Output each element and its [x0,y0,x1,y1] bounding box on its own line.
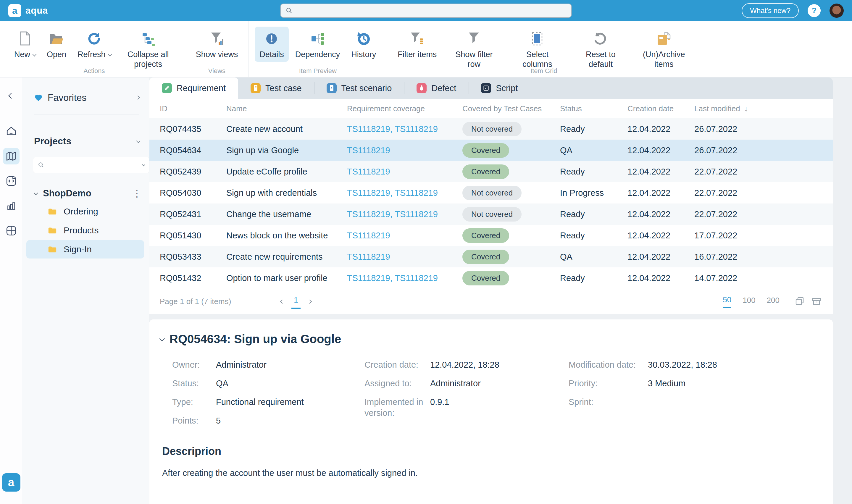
description-text: After creating the account the user must… [162,468,821,478]
global-search[interactable] [280,3,572,18]
top-bar: a aqua What's new? ? [0,0,852,21]
field-value: 30.03.2022, 18:28 [648,359,717,370]
open-button[interactable]: Open [42,26,71,62]
brand-name: aqua [25,5,48,16]
unarchive-items-button[interactable]: (Un)Archive items [633,26,695,72]
next-page-icon[interactable] [308,299,312,304]
project-search-input[interactable] [47,161,139,169]
copy-icon[interactable] [795,297,805,307]
refresh-button[interactable]: Refresh [73,26,116,62]
col-header-modified[interactable]: Last modified ↓ [694,104,833,113]
table-row[interactable]: RQ053433 Create new requirements TS11182… [149,246,833,267]
row-modified: 17.07.2022 [694,231,833,240]
col-header-name[interactable]: Name [226,104,347,113]
coverage-link[interactable]: TS1118219, TS1118219 [347,210,438,219]
row-id: RQ054634 [160,145,226,155]
prev-page-icon[interactable] [280,299,284,304]
ribbon-group-views: Show views Views [185,21,249,77]
dependency-button[interactable]: Dependency [290,26,345,62]
kebab-menu-icon[interactable]: ⋮ [132,189,142,198]
tree-project-shopdemo[interactable]: ShopDemo ⋮ [22,185,149,202]
ribbon-group-item-grid: Filter items Show filter row Select c [387,21,701,77]
page-size-200[interactable]: 200 [767,296,780,307]
coverage-link[interactable]: TS1118219, TS1118219 [347,188,438,198]
chevron-right-icon[interactable] [136,95,140,100]
details-button[interactable]: Details [255,26,289,62]
ribbon-toolbar: New Open Refresh [0,21,852,77]
map-icon[interactable] [3,148,19,164]
table-row[interactable]: RQ052439 Update eCoffe profile TS1118219… [149,161,833,182]
reset-to-default-button[interactable]: Reset to default [570,26,631,72]
folder-ordering[interactable]: Ordering [26,202,144,221]
chevron-down-icon[interactable] [142,163,145,166]
favorites-item[interactable]: Favorites [22,89,149,106]
col-header-created[interactable]: Creation date [628,104,694,113]
bar-chart-icon[interactable] [3,198,19,214]
tab-test-case[interactable]: Test case [238,77,314,99]
col-header-id[interactable]: ID [160,104,226,113]
page-number[interactable]: 1 [291,294,300,309]
user-avatar[interactable] [830,3,844,18]
coverage-link[interactable]: TS1118219, TS1118219 [347,273,438,283]
global-search-input[interactable] [296,6,566,15]
select-columns-button[interactable]: Select columns [506,26,568,72]
coverage-link[interactable]: TS1118219 [347,231,390,240]
collapse-sidebar-button[interactable] [3,88,19,104]
show-views-button[interactable]: Show views [191,26,243,62]
col-header-covered[interactable]: Covered by Test Cases [463,104,560,113]
row-status: Ready [560,124,628,134]
whats-new-button[interactable]: What's new? [742,3,799,18]
table-row-selected[interactable]: RQ054634 Sign up via Google TS1118219 Co… [149,140,833,161]
table-row[interactable]: RQ051430 News block on the website TS111… [149,225,833,246]
coverage-link[interactable]: TS1118219, TS1118219 [347,124,438,134]
chevron-down-icon[interactable] [136,139,140,143]
folder-products[interactable]: Products [26,221,144,239]
chevron-down-icon [32,52,36,56]
covered-badge: Covered [463,250,509,264]
history-icon [356,30,371,47]
col-header-status[interactable]: Status [560,104,628,113]
chevron-down-icon[interactable] [34,191,38,195]
tab-test-scenario[interactable]: Test scenario [314,77,404,99]
archive-box-icon[interactable] [812,297,821,307]
row-status: QA [560,145,628,155]
field-label: Owner: [172,359,216,370]
history-button[interactable]: History [346,26,381,62]
help-button[interactable]: ? [808,4,821,17]
field-value: Functional requirement [216,397,364,408]
project-search[interactable] [33,157,149,173]
home-icon[interactable] [3,123,19,140]
covered-badge: Covered [463,271,509,285]
app-logo: a aqua [8,4,48,17]
coverage-link[interactable]: TS1118219 [347,145,390,155]
table-row[interactable]: RQ051432 Option to mark user profile TS1… [149,267,833,289]
col-header-coverage[interactable]: Requirement coverage [347,104,463,113]
code-box-icon[interactable] [3,173,19,189]
page-size-100[interactable]: 100 [743,296,755,307]
tab-requirement[interactable]: Requirement [149,77,238,99]
coverage-link[interactable]: TS1118219 [347,252,390,262]
tab-defect[interactable]: Defect [404,77,469,99]
coverage-link[interactable]: TS1118219 [347,167,390,176]
dashboard-grid-icon[interactable] [3,222,19,239]
collapse-projects-icon [140,30,156,47]
show-filter-row-button[interactable]: Show filter row [443,26,505,72]
collapse-all-projects-button[interactable]: Collapse all projects [117,26,179,72]
table-row[interactable]: RQ054030 Sign up with credentials TS1118… [149,182,833,203]
pagination-summary: Page 1 of 1 (7 items) [160,297,231,306]
tab-script[interactable]: Script [469,77,530,99]
folder-sign-in[interactable]: Sign-In [26,240,144,258]
projects-section-header[interactable]: Projects [22,136,149,147]
sort-desc-icon[interactable]: ↓ [744,104,748,113]
table-row[interactable]: RQ052431 Change the username TS1118219, … [149,203,833,225]
collapse-details-icon[interactable] [160,336,165,341]
row-status: Ready [560,273,628,283]
row-name: News block on the website [226,231,347,240]
table-row[interactable]: RQ074435 Create new account TS1118219, T… [149,118,833,140]
row-status: Ready [560,210,628,219]
new-button[interactable]: New [10,26,40,62]
filter-items-button[interactable]: Filter items [393,26,441,62]
items-grid: ID Name Requirement coverage Covered by … [149,99,833,314]
page-size-50[interactable]: 50 [723,295,731,308]
field-label: Assigned to: [364,378,430,389]
